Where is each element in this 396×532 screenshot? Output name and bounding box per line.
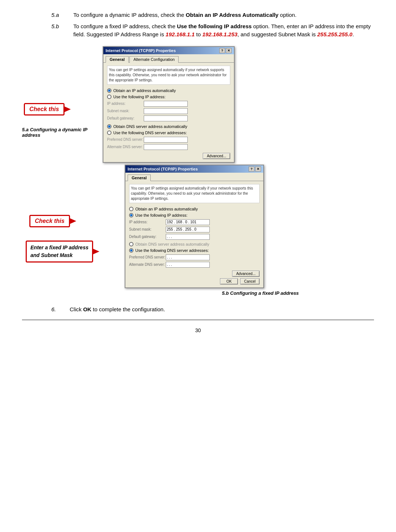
radio-obtain-dns-icon[interactable]	[107, 124, 111, 129]
dialog-5b-titlebar: Internet Protocol (TCP/IP) Properties ? …	[125, 165, 263, 173]
check-this-b-callout: Check this	[29, 215, 70, 227]
step-5a-num: 5.a	[51, 11, 73, 19]
caption-5a: 5.a Configuring a dynamic IP address	[22, 127, 103, 138]
page-divider	[22, 320, 374, 320]
radio-use-dns-5a[interactable]: Use the following DNS server addresses:	[107, 131, 230, 135]
ip-range-start: 192.168.1.1	[166, 31, 195, 37]
radio-obtain-dns-auto-5b[interactable]: Obtain DNS server address automatically	[129, 242, 260, 246]
gateway-input-5a[interactable]	[144, 115, 188, 121]
field-dns2-5b: Alternate DNS server: . . .	[129, 262, 260, 268]
step-5b-num: 5.b	[51, 22, 73, 39]
advanced-button-5a[interactable]: Advanced...	[203, 153, 230, 159]
enter-ip-callout: Enter a fixed IP addressand Subnet Mask	[26, 241, 93, 263]
tab-general-5b[interactable]: General	[128, 175, 151, 181]
radio-use-following-icon-5b[interactable]	[129, 213, 133, 217]
step-6-num: 6.	[51, 306, 66, 312]
radio-use-following-5b[interactable]: Use the following IP address:	[129, 213, 260, 217]
radio-use-dns-5b[interactable]: Use the following DNS server addresses:	[129, 248, 260, 253]
dialog-5b-tabs: General	[125, 173, 263, 181]
field-subnet-5b: Subnet mask: 255 . 255 . 255 . 0	[129, 227, 260, 232]
dns2-input-5a[interactable]	[144, 144, 188, 150]
dialog-5a-desc: You can get IP settings assigned automat…	[107, 66, 230, 85]
close-button[interactable]: ✕	[226, 48, 232, 53]
advanced-btn-row-5a: Advanced...	[107, 153, 230, 159]
dns1-input-5a[interactable]	[144, 137, 188, 143]
titlebar-buttons: ? ✕	[219, 48, 232, 53]
radio-use-following-icon[interactable]	[107, 95, 111, 99]
step-5b: 5.b To configure a fixed IP address, che…	[51, 22, 374, 39]
ip-input-5a[interactable]	[144, 101, 188, 107]
radio-use-following-5a[interactable]: Use the following IP address:	[107, 95, 230, 99]
help-button[interactable]: ?	[219, 48, 225, 53]
field-ip-5b: IP address: 192 . 168 . 0 . 101	[129, 219, 260, 225]
dialog-5a-titlebar: Internet Protocol (TCP/IP) Properties ? …	[103, 47, 234, 54]
titlebar-buttons-5b: ? ✕	[249, 166, 261, 172]
field-subnet-5a: Subnet mask:	[107, 108, 230, 114]
ok-cancel-row: OK Cancel	[129, 278, 260, 285]
step-5b-text: To configure a fixed IP address, check t…	[73, 22, 374, 39]
step-6-text: Click OK to complete the configuration.	[70, 306, 165, 312]
tab-general-5a[interactable]: General	[106, 56, 129, 63]
radio-obtain-auto-icon[interactable]	[107, 88, 111, 93]
field-dns2-5a: Alternate DNS server:	[107, 144, 230, 150]
radio-use-dns-icon[interactable]	[107, 131, 111, 135]
dns2-input-5b[interactable]: . . .	[166, 262, 210, 268]
dialog-5a-body: You can get IP settings assigned automat…	[103, 63, 234, 162]
subnet-input-5b[interactable]: 255 . 255 . 255 . 0	[166, 227, 210, 232]
radio-obtain-auto-icon-5b[interactable]	[129, 207, 133, 211]
field-gateway-5a: Default gateway:	[107, 115, 230, 121]
cancel-button-5b[interactable]: Cancel	[240, 278, 260, 285]
dialog-5b: Internet Protocol (TCP/IP) Properties ? …	[125, 165, 264, 288]
ok-button-5b[interactable]: OK	[220, 278, 238, 285]
advanced-btn-row-5b: Advanced...	[129, 271, 260, 277]
ip-input-5b[interactable]: 192 . 168 . 0 . 101	[166, 219, 210, 225]
close-button-5b[interactable]: ✕	[255, 166, 261, 172]
field-gateway-5b: Default gateway: . . .	[129, 234, 260, 240]
radio-obtain-auto-5a[interactable]: Obtain an IP address automatically	[107, 88, 230, 93]
dialog-5b-desc: You can get IP settings assigned automat…	[129, 184, 260, 203]
radio-obtain-dns-icon-5b[interactable]	[129, 242, 133, 246]
subnet-mask-val: 255.255.255.0	[317, 31, 352, 37]
subnet-input-5a[interactable]	[144, 108, 188, 114]
radio-obtain-dns-auto-5a[interactable]: Obtain DNS server address automatically	[107, 124, 230, 129]
dialog-5a: Internet Protocol (TCP/IP) Properties ? …	[103, 46, 235, 163]
page-number: 30	[22, 327, 374, 333]
radio-obtain-auto-5b[interactable]: Obtain an IP address automatically	[129, 207, 260, 211]
step-6: 6. Click OK to complete the configuratio…	[51, 306, 374, 312]
dialog-5a-tabs: General Alternate Configuration	[103, 54, 234, 63]
dns1-input-5b[interactable]: . . .	[166, 254, 210, 260]
field-dns1-5b: Preferred DNS server: . . .	[129, 254, 260, 260]
step-5a-text: To configure a dynamic IP address, check…	[73, 11, 374, 19]
radio-use-dns-icon-5b[interactable]	[129, 248, 133, 253]
ip-range-end: 192.168.1.253	[202, 31, 238, 37]
field-dns1-5a: Preferred DNS server:	[107, 137, 230, 143]
dialog-5b-body: You can get IP settings assigned automat…	[125, 181, 263, 287]
advanced-button-5b[interactable]: Advanced...	[232, 271, 260, 277]
check-this-a-callout: Check this	[24, 103, 65, 115]
gateway-input-5b[interactable]: . . .	[166, 234, 210, 240]
field-ip-5a: IP address:	[107, 101, 230, 107]
caption-5b: 5.b Configuring a fixed IP address	[125, 290, 396, 296]
tab-alternate-5a[interactable]: Alternate Configuration	[129, 56, 179, 63]
help-button-5b[interactable]: ?	[249, 166, 254, 172]
step-5a: 5.a To configure a dynamic IP address, c…	[51, 11, 374, 19]
